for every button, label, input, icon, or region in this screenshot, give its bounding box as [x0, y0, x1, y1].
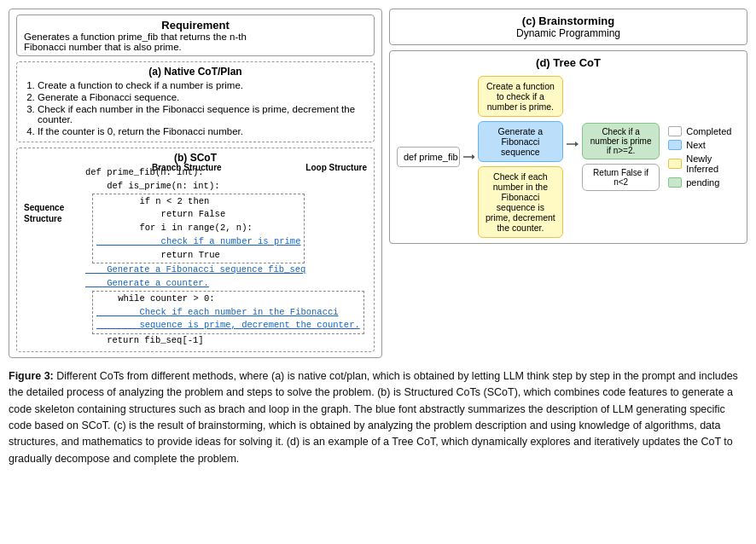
native-cot-title: (a) Native CoT/Plan	[24, 66, 367, 78]
node-check-prime-n2: Check if a number is prime if n>=2.	[582, 123, 660, 159]
scot-code: def prime_fib(n: int): def is_prime(n: i…	[85, 166, 367, 348]
brainstorming-title: (c) Brainstorming	[397, 14, 740, 27]
figure-caption: Figure 3: Different CoTs from different …	[9, 368, 747, 467]
node-check-each: Check if each number in the Fibonacci se…	[478, 166, 563, 238]
figure-label: Figure 3:	[9, 370, 54, 382]
native-cot-box: (a) Native CoT/Plan Create a function to…	[16, 61, 375, 142]
legend-box-pending	[668, 177, 682, 188]
tree-cot-box: (d) Tree CoT def prime_fib Create a func…	[389, 50, 747, 244]
legend-box-newly-inferred	[668, 159, 682, 169]
right-panel: (c) Brainstorming Dynamic Programming (d…	[389, 9, 747, 244]
legend-box-completed	[668, 126, 682, 136]
brainstorming-sub: Dynamic Programming	[397, 27, 740, 39]
tree-root-node: def prime_fib	[397, 147, 460, 167]
requirement-title: Requirement	[24, 19, 367, 32]
gen-counter-link: Generate a counter.	[85, 278, 209, 288]
scot-title: (b) SCoT	[24, 152, 367, 164]
tree-cot-title: (d) Tree CoT	[397, 56, 740, 69]
legend-newly-inferred: Newly Inferred	[668, 153, 740, 174]
check-prime-link: check if a number is prime	[96, 236, 300, 246]
scot-box: (b) SCoT SequenceStructure Branch Struct…	[16, 148, 375, 352]
arrow-1	[463, 153, 474, 161]
svg-marker-1	[472, 154, 474, 159]
legend-area: Completed Next Newly Inferred pendi	[668, 126, 740, 188]
node-return-false: Return False if n<2	[582, 164, 660, 191]
native-cot-step-2: Generate a Fibonacci sequence.	[38, 92, 367, 102]
legend-box-next	[668, 140, 682, 150]
node-gen-fib: Generate a Fibonacci sequence	[478, 121, 563, 162]
branch-structure-label: Branch Structure	[152, 163, 222, 172]
check-decrement-link: sequence is prime, decrement the counter…	[96, 320, 360, 330]
native-cot-step-3: Check if each number in the Fibonacci se…	[38, 104, 367, 124]
svg-marker-3	[575, 142, 579, 147]
legend-completed: Completed	[668, 126, 740, 136]
check-each-fib-link: Check if each number in the Fibonacci	[96, 307, 339, 317]
top-row: Requirement Generates a function prime_f…	[9, 9, 747, 358]
requirement-body: Generates a function prime_fib that retu…	[24, 32, 367, 52]
gen-fib-link: Generate a Fibonacci sequence fib_seq	[85, 264, 305, 275]
native-cot-step-4: If the counter is 0, return the Fibonacc…	[38, 126, 367, 136]
brainstorming-box: (c) Brainstorming Dynamic Programming	[389, 9, 747, 45]
node-create-fn: Create a function to check if a number i…	[478, 76, 563, 117]
legend-next: Next	[668, 140, 740, 150]
loop-structure-label: Loop Structure	[305, 163, 367, 172]
sequence-structure-label: SequenceStructure	[24, 202, 82, 224]
main-container: Requirement Generates a function prime_f…	[9, 9, 747, 467]
caption-text: Different CoTs from different methods, w…	[9, 370, 738, 465]
legend-pending: pending	[668, 177, 740, 188]
native-cot-step-1: Create a function to check if a number i…	[38, 80, 367, 90]
arrow-2	[567, 140, 579, 148]
left-panel: Requirement Generates a function prime_f…	[9, 9, 382, 358]
requirement-box: Requirement Generates a function prime_f…	[16, 14, 375, 56]
native-cot-steps: Create a function to check if a number i…	[38, 80, 367, 136]
